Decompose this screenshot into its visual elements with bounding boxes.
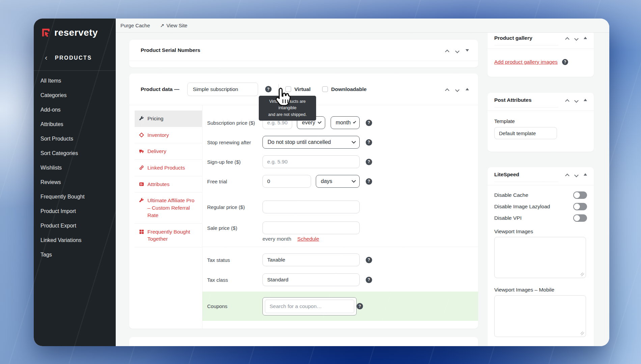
sidebar-section-header: ‹ PRODUCTS <box>34 54 116 62</box>
sidebar-item[interactable]: Attributes <box>34 117 116 131</box>
coupon-search-box <box>262 297 357 315</box>
collapse-back-icon[interactable]: ‹ <box>45 54 47 62</box>
signup-fee-row: Sign-up fee ($) ? <box>207 155 473 168</box>
tag-icon <box>139 132 144 138</box>
downloadable-checkbox-row[interactable]: Downloadable <box>322 86 367 92</box>
field-label: Stop renewing after <box>207 140 262 145</box>
stop-renewing-select[interactable]: Do not stop until cancelled <box>262 136 360 149</box>
help-icon[interactable]: ? <box>357 303 363 309</box>
move-down-icon[interactable] <box>455 49 459 52</box>
section-divider <box>202 247 478 247</box>
sidebar-item[interactable]: Add-ons <box>34 102 116 117</box>
billing-period-text: every month <box>262 236 291 242</box>
wrench-icon <box>139 116 144 121</box>
template-select[interactable]: Default template <box>494 127 557 139</box>
field-label: Sale price ($) <box>207 225 262 231</box>
signup-fee-input[interactable] <box>262 155 360 168</box>
regular-price-input[interactable] <box>262 201 360 213</box>
tab-delivery[interactable]: Delivery <box>135 143 202 160</box>
sidebar-item[interactable]: Frequently Bought <box>34 189 116 204</box>
collapse-toggle-icon[interactable] <box>466 49 469 52</box>
collapse-toggle-icon[interactable] <box>466 88 469 90</box>
learn-more-link[interactable]: Learn More <box>560 345 586 346</box>
sale-price-input[interactable] <box>262 221 360 234</box>
move-up-icon[interactable] <box>565 36 569 40</box>
downloadable-checkbox[interactable] <box>322 86 328 92</box>
help-icon[interactable]: ? <box>366 277 372 283</box>
move-up-icon[interactable] <box>445 49 449 52</box>
header-underline <box>494 107 558 108</box>
product-data-tabs: Pricing Inventory Delivery <box>129 105 202 329</box>
brand-name: reservety <box>54 27 98 38</box>
virtual-checkbox[interactable] <box>285 86 291 92</box>
move-down-icon[interactable] <box>575 173 578 176</box>
period-select[interactable]: month <box>331 116 360 129</box>
virtual-checkbox-row[interactable]: Virtual <box>285 86 311 92</box>
disable-image-lazyload-toggle[interactable] <box>573 203 587 210</box>
field-label: Regular price ($) <box>207 204 262 210</box>
sidebar-item[interactable]: Categories <box>34 88 116 102</box>
post-attributes-panel: Post Attributes Template <box>487 93 594 152</box>
external-link-icon: ↗ <box>160 23 165 29</box>
tab-linked-products[interactable]: Linked Products <box>135 160 202 176</box>
field-label: Tax status <box>207 257 262 263</box>
coupon-search-input[interactable] <box>265 300 354 313</box>
help-icon[interactable]: ? <box>366 257 372 263</box>
tab-ultimate-affiliate-pro[interactable]: Ultimate Affiliate Pro – Custom Referral… <box>135 192 202 223</box>
sidebar: reservety ‹ PRODUCTS All Items Categorie… <box>34 19 116 346</box>
tab-inventory[interactable]: Inventory <box>135 127 202 144</box>
sidebar-item[interactable]: Reviews <box>34 175 116 189</box>
virtual-tooltip: Virtual products are intangible and are … <box>259 96 316 121</box>
move-up-icon[interactable] <box>565 173 569 176</box>
sidebar-divider <box>34 70 116 71</box>
chevron-down-icon <box>352 139 356 144</box>
move-down-icon[interactable] <box>575 36 578 40</box>
tax-status-row: Tax status Taxable ? <box>207 253 473 266</box>
help-icon[interactable]: ? <box>366 120 372 126</box>
sidebar-item[interactable]: Tags <box>34 247 116 262</box>
tax-class-select[interactable]: Standard <box>262 273 360 286</box>
add-gallery-images-link[interactable]: Add product gallery images <box>494 59 558 65</box>
viewport-images-label: Viewport Images <box>494 229 587 235</box>
sidebar-item[interactable]: Sort Categories <box>34 146 116 160</box>
sidebar-item[interactable]: Sort Products <box>34 131 116 146</box>
free-trial-row: Free trial days ? <box>207 175 473 188</box>
help-icon[interactable]: ? <box>366 159 372 165</box>
help-icon[interactable]: ? <box>366 139 372 146</box>
viewport-images-textarea[interactable] <box>494 237 586 278</box>
brand-logo[interactable]: reservety <box>34 26 116 39</box>
tab-pricing[interactable]: Pricing <box>135 111 202 127</box>
main-column: Product Serial Numbers Product data — <box>129 33 478 346</box>
viewport-images-mobile-textarea[interactable] <box>494 295 586 337</box>
move-down-icon[interactable] <box>455 87 459 91</box>
view-site-link[interactable]: ↗ View Site <box>160 23 188 29</box>
collapse-toggle-icon[interactable] <box>584 173 587 176</box>
purge-cache-link[interactable]: Purge Cache <box>120 23 150 28</box>
schedule-link[interactable]: Schedule <box>297 236 319 242</box>
sidebar-item[interactable]: Linked Variations <box>34 233 116 247</box>
disable-cache-toggle[interactable] <box>573 191 587 199</box>
sidebar-item[interactable]: All Items <box>34 73 116 88</box>
field-label: Sign-up fee ($) <box>207 159 262 165</box>
free-trial-input[interactable] <box>262 175 311 188</box>
product-type-select[interactable]: Simple subscription <box>187 83 258 96</box>
sidebar-item[interactable]: Wishlists <box>34 160 116 175</box>
disable-vpi-toggle[interactable] <box>573 214 587 222</box>
product-type-help-icon[interactable]: ? <box>265 86 272 92</box>
free-trial-unit-select[interactable]: days <box>316 175 360 188</box>
collapse-toggle-icon[interactable] <box>584 37 587 39</box>
product-gallery-panel: Product gallery Add product gallery imag… <box>487 33 594 77</box>
toggle-knob <box>574 192 580 198</box>
move-up-icon[interactable] <box>445 87 449 91</box>
collapse-toggle-icon[interactable] <box>584 99 587 101</box>
sidebar-item[interactable]: Product Export <box>34 218 116 233</box>
tax-status-select[interactable]: Taxable <box>262 253 360 266</box>
tab-frequently-bought-together[interactable]: Frequently Bought Together <box>135 224 202 247</box>
tab-attributes[interactable]: Attributes <box>135 176 202 193</box>
sidebar-item[interactable]: Product Import <box>34 204 116 218</box>
help-icon[interactable]: ? <box>562 59 568 65</box>
reservety-logo-icon <box>40 27 51 38</box>
move-up-icon[interactable] <box>565 98 569 102</box>
move-down-icon[interactable] <box>575 98 578 102</box>
help-icon[interactable]: ? <box>366 178 372 185</box>
